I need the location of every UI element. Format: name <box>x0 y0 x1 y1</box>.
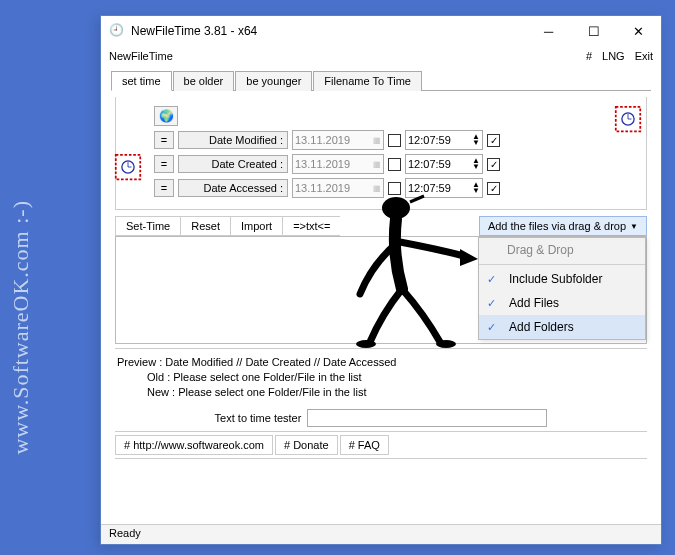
minimize-button[interactable]: ─ <box>526 16 571 46</box>
set-time-button[interactable]: Set-Time <box>115 216 180 236</box>
check-icon: ✓ <box>487 297 501 310</box>
tab-be-younger[interactable]: be younger <box>235 71 312 91</box>
tab-filename-to-time[interactable]: Filename To Time <box>313 71 422 91</box>
import-button[interactable]: Import <box>230 216 282 236</box>
menu-lng[interactable]: LNG <box>602 50 625 62</box>
eq-button-accessed[interactable]: = <box>154 179 174 197</box>
preview-new: New : Please select one Folder/File in t… <box>117 386 645 398</box>
file-drop-area[interactable]: Drag & Drop ✓ Include Subfolder ✓ Add Fi… <box>115 236 647 344</box>
time-modified-checkbox[interactable]: ✓ <box>487 134 500 147</box>
label-date-accessed: Date Accessed : <box>178 179 288 197</box>
date-modified-checkbox[interactable] <box>388 134 401 147</box>
calendar-icon[interactable]: ▦ <box>373 136 381 145</box>
preview-header: Preview : Date Modified // Date Created … <box>117 356 645 368</box>
toolbar: Set-Time Reset Import =>txt<= Add the fi… <box>115 216 647 236</box>
eq-button-created[interactable]: = <box>154 155 174 173</box>
set-time-panel: 🌍 = Date Modified : 13.11.2019▦ 12:07:59… <box>115 97 647 210</box>
globe-button[interactable]: 🌍 <box>154 106 178 126</box>
tab-be-older[interactable]: be older <box>173 71 235 91</box>
chevron-down-icon: ▼ <box>630 222 638 231</box>
spinner-icon[interactable]: ▲▼ <box>472 182 480 194</box>
app-window: 🕘 NewFileTime 3.81 - x64 ─ ☐ ✕ NewFileTi… <box>100 15 662 545</box>
maximize-button[interactable]: ☐ <box>571 16 616 46</box>
eq-button-modified[interactable]: = <box>154 131 174 149</box>
app-icon: 🕘 <box>109 23 125 39</box>
calendar-icon[interactable]: ▦ <box>373 160 381 169</box>
spinner-icon[interactable]: ▲▼ <box>472 134 480 146</box>
reset-button[interactable]: Reset <box>180 216 230 236</box>
menubar: NewFileTime # LNG Exit <box>101 46 661 66</box>
check-icon: ✓ <box>487 321 501 334</box>
txt-button[interactable]: =>txt<= <box>282 216 340 236</box>
link-site[interactable]: # http://www.softwareok.com <box>115 435 273 455</box>
statusbar: Ready <box>101 524 661 544</box>
menu-exit[interactable]: Exit <box>635 50 653 62</box>
menu-header: Drag & Drop <box>479 238 645 262</box>
check-icon: ✓ <box>487 273 501 286</box>
clock-icon[interactable] <box>614 105 642 133</box>
tester-label: Text to time tester <box>215 412 302 424</box>
tab-set-time[interactable]: set time <box>111 71 172 91</box>
menu-hash[interactable]: # <box>586 50 592 62</box>
preview-old: Old : Please select one Folder/File in t… <box>117 371 645 383</box>
link-faq[interactable]: # FAQ <box>340 435 389 455</box>
window-title: NewFileTime 3.81 - x64 <box>131 24 526 38</box>
date-accessed-checkbox[interactable] <box>388 182 401 195</box>
clock-icon[interactable] <box>114 153 142 181</box>
date-created-checkbox[interactable] <box>388 158 401 171</box>
date-created-input[interactable]: 13.11.2019▦ <box>292 154 384 174</box>
time-accessed-input[interactable]: 12:07:59▲▼ <box>405 178 483 198</box>
add-files-drag-drop-button[interactable]: Add the files via drag & drop▼ <box>479 216 647 236</box>
titlebar: 🕘 NewFileTime 3.81 - x64 ─ ☐ ✕ <box>101 16 661 46</box>
spinner-icon[interactable]: ▲▼ <box>472 158 480 170</box>
menu-app[interactable]: NewFileTime <box>109 50 173 62</box>
tabstrip: set time be older be younger Filename To… <box>111 70 651 91</box>
preview-section: Preview : Date Modified // Date Created … <box>115 348 647 405</box>
text-to-time-input[interactable] <box>307 409 547 427</box>
label-date-created: Date Created : <box>178 155 288 173</box>
bottom-links: # http://www.softwareok.com # Donate # F… <box>115 431 647 459</box>
link-donate[interactable]: # Donate <box>275 435 338 455</box>
menu-add-folders[interactable]: ✓ Add Folders <box>479 315 645 339</box>
time-created-checkbox[interactable]: ✓ <box>487 158 500 171</box>
time-created-input[interactable]: 12:07:59▲▼ <box>405 154 483 174</box>
menu-include-subfolder[interactable]: ✓ Include Subfolder <box>479 267 645 291</box>
date-modified-input[interactable]: 13.11.2019▦ <box>292 130 384 150</box>
menu-add-files[interactable]: ✓ Add Files <box>479 291 645 315</box>
watermark: www.SoftwareOK.com :-) <box>8 200 34 455</box>
time-accessed-checkbox[interactable]: ✓ <box>487 182 500 195</box>
time-modified-input[interactable]: 12:07:59▲▼ <box>405 130 483 150</box>
close-button[interactable]: ✕ <box>616 16 661 46</box>
drag-drop-menu: Drag & Drop ✓ Include Subfolder ✓ Add Fi… <box>478 237 646 340</box>
date-accessed-input[interactable]: 13.11.2019▦ <box>292 178 384 198</box>
label-date-modified: Date Modified : <box>178 131 288 149</box>
calendar-icon[interactable]: ▦ <box>373 184 381 193</box>
